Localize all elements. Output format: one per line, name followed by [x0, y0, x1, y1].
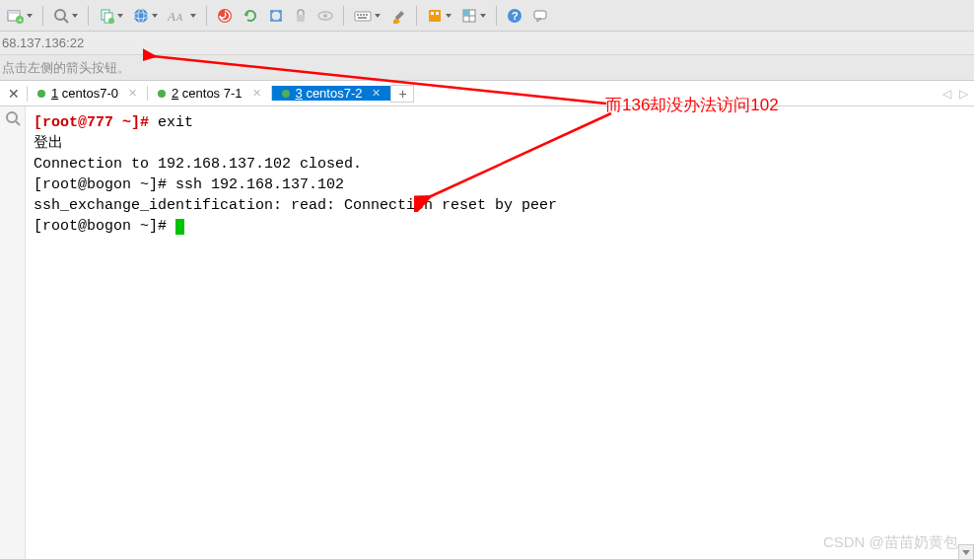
- svg-rect-23: [363, 14, 365, 16]
- annotation-text: 而136却没办法访问102: [605, 94, 779, 116]
- add-tab-button[interactable]: +: [390, 85, 414, 103]
- left-gutter: [0, 106, 26, 560]
- search-button[interactable]: [51, 4, 80, 28]
- address-text: 68.137.136:22: [2, 35, 84, 50]
- main-toolbar: + AA ?: [0, 0, 974, 32]
- svg-point-4: [55, 10, 65, 20]
- keyboard-button[interactable]: [352, 4, 383, 28]
- copy-button[interactable]: [97, 4, 125, 28]
- svg-point-39: [7, 112, 17, 122]
- spiral-button[interactable]: [215, 4, 235, 28]
- terminal-line: [root@bogon ~]# ssh 192.168.137.102: [34, 176, 344, 193]
- close-all-tabs-button[interactable]: ✕: [0, 86, 28, 102]
- svg-rect-34: [463, 10, 469, 16]
- svg-rect-24: [366, 14, 368, 16]
- layout-button[interactable]: [459, 4, 488, 28]
- terminal-line: Connection to 192.168.137.102 closed.: [34, 156, 362, 173]
- svg-rect-30: [436, 12, 439, 15]
- svg-rect-37: [534, 11, 546, 19]
- svg-point-8: [108, 18, 114, 24]
- terminal-line: 登出: [34, 135, 63, 152]
- tab-close-icon[interactable]: ✕: [372, 87, 381, 100]
- watermark: CSDN @苗苗奶黄包.: [823, 533, 962, 552]
- svg-rect-17: [297, 15, 305, 22]
- tabs-scroll-controls: ◁ ▷: [942, 81, 974, 105]
- tab-label: 3 centos7-2: [296, 86, 363, 101]
- svg-marker-45: [962, 550, 970, 555]
- scroll-down-button[interactable]: [958, 544, 974, 560]
- terminal-line: ssh_exchange_identification: read: Conne…: [34, 197, 557, 214]
- scroll-left-icon[interactable]: ◁: [942, 87, 951, 101]
- status-dot-icon: [282, 90, 290, 98]
- expand-button[interactable]: [266, 4, 286, 28]
- svg-text:A: A: [168, 9, 175, 24]
- app-button[interactable]: [425, 4, 453, 28]
- eye-button[interactable]: [315, 4, 335, 28]
- svg-point-19: [323, 14, 327, 18]
- svg-line-40: [16, 121, 20, 125]
- lock-button[interactable]: [292, 4, 310, 28]
- globe-button[interactable]: [131, 4, 160, 28]
- new-session-button[interactable]: +: [4, 4, 35, 28]
- svg-text:A: A: [175, 12, 183, 23]
- svg-line-5: [64, 19, 68, 23]
- help-button[interactable]: ?: [505, 4, 524, 28]
- hint-bar: 点击左侧的箭头按钮。: [0, 55, 974, 81]
- body-row: [root@777 ~]# exit 登出 Connection to 192.…: [0, 106, 974, 560]
- chat-button[interactable]: [530, 4, 550, 28]
- svg-marker-38: [537, 19, 541, 22]
- tab-close-icon[interactable]: ✕: [252, 87, 261, 100]
- svg-text:?: ?: [512, 10, 519, 22]
- hint-text: 点击左侧的箭头按钮。: [2, 59, 130, 77]
- svg-rect-22: [360, 14, 362, 16]
- status-dot-icon: [37, 90, 45, 98]
- find-icon[interactable]: [5, 110, 21, 126]
- cursor-icon: [175, 219, 184, 235]
- svg-rect-21: [357, 14, 359, 16]
- tab-label: 2 centos 7-1: [172, 86, 243, 101]
- svg-rect-20: [355, 12, 371, 21]
- tab-close-icon[interactable]: ✕: [128, 87, 137, 100]
- svg-rect-29: [431, 12, 434, 15]
- tab-centos7-2[interactable]: 3 centos7-2 ✕: [272, 86, 392, 101]
- tab-label: 1 centos7-0: [51, 86, 118, 101]
- svg-point-9: [134, 9, 148, 23]
- tabs-row: ✕ 1 centos7-0 ✕ 2 centos 7-1 ✕ 3 centos7…: [0, 81, 974, 106]
- terminal[interactable]: [root@777 ~]# exit 登出 Connection to 192.…: [26, 106, 974, 560]
- tab-centos7-0[interactable]: 1 centos7-0 ✕: [28, 86, 148, 101]
- svg-rect-1: [8, 11, 20, 14]
- status-dot-icon: [158, 90, 166, 98]
- prompt: [root@777 ~]#: [34, 114, 149, 131]
- svg-rect-28: [429, 10, 441, 22]
- svg-rect-25: [358, 17, 367, 19]
- terminal-line: [root@bogon ~]#: [34, 218, 175, 235]
- address-bar[interactable]: 68.137.136:22: [0, 32, 974, 55]
- svg-text:+: +: [18, 16, 23, 25]
- font-button[interactable]: AA: [166, 4, 198, 28]
- refresh-button[interactable]: [241, 4, 260, 28]
- highlight-button[interactable]: [388, 4, 408, 28]
- command-text: exit: [149, 114, 193, 131]
- scroll-right-icon[interactable]: ▷: [959, 87, 968, 101]
- tab-centos7-1[interactable]: 2 centos 7-1 ✕: [148, 86, 272, 101]
